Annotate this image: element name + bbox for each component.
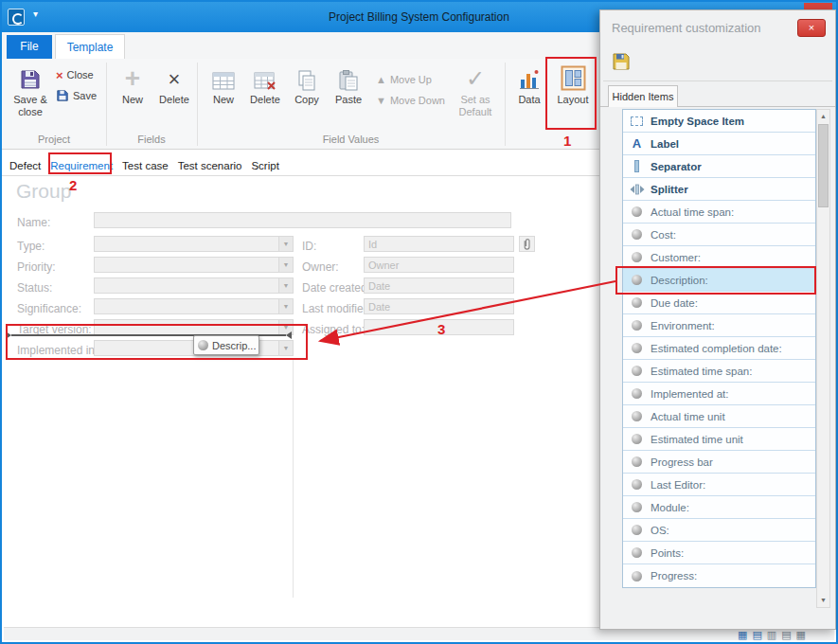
scroll-up-icon[interactable]: ▲ [817, 110, 829, 123]
values-new-button[interactable]: New [204, 61, 243, 133]
set-default-label-line1: Set as [451, 94, 500, 106]
list-scrollbar[interactable]: ▲ ▼ [816, 109, 830, 608]
layout-view-icon[interactable]: ▤ [781, 629, 791, 640]
tab-file[interactable]: File [7, 35, 52, 59]
save-label: Save [73, 90, 97, 101]
hidden-item-implemented-at[interactable]: Implemented at: [623, 383, 815, 405]
chevron-down-icon[interactable]: ▼ [278, 278, 293, 293]
copy-button[interactable]: Copy [287, 61, 327, 133]
hidden-item-environment[interactable]: Environment: [623, 314, 815, 337]
layout-view-icon[interactable]: ▥ [767, 629, 776, 640]
paperclip-icon [522, 238, 532, 251]
hidden-item-label: Splitter [651, 184, 688, 195]
owner-field-value: Owner [365, 258, 513, 274]
view-selector-icon[interactable]: ▤ [752, 629, 761, 640]
last-modified-label: Last modified: [302, 302, 373, 315]
owner-field[interactable]: Owner [364, 257, 514, 273]
significance-combobox[interactable]: ▼ [94, 298, 294, 314]
hidden-item-label-item[interactable]: ALabel [623, 133, 815, 155]
tab-template[interactable]: Template [55, 34, 125, 59]
layout-view-icon[interactable]: ▦ [796, 629, 806, 640]
hidden-item-actual-time-span[interactable]: Actual time span: [623, 201, 815, 224]
name-field[interactable] [94, 212, 511, 228]
scrollbar-thumb[interactable] [818, 124, 829, 207]
tab-hidden-items[interactable]: Hidden Items [608, 85, 678, 107]
tab-defect[interactable]: Defect [9, 160, 41, 171]
type-label: Type: [17, 240, 45, 253]
save-icon [56, 89, 69, 102]
hidden-item-label: OS: [651, 525, 669, 536]
save-button[interactable]: Save [56, 86, 97, 105]
hidden-item-progress[interactable]: Progress: [623, 564, 815, 587]
hidden-item-actual-time-unit[interactable]: Actual time unit [623, 405, 815, 428]
hidden-item-points[interactable]: Points: [623, 542, 815, 564]
move-up-icon: ▲ [376, 74, 386, 85]
hidden-item-empty-space[interactable]: Empty Space Item [623, 110, 815, 133]
type-combobox[interactable]: ▼ [94, 236, 294, 252]
set-default-label-line2: Default [451, 106, 500, 118]
status-combobox[interactable]: ▼ [94, 277, 294, 294]
hidden-item-label: Progress bar [651, 456, 713, 468]
close-x-icon: × [56, 68, 63, 82]
status-label: Status: [17, 281, 52, 295]
move-down-button[interactable]: ▼ Move Down [376, 91, 445, 110]
hidden-item-due-date[interactable]: Due date: [623, 292, 815, 314]
group-panel-title: Group [16, 180, 71, 203]
move-up-button[interactable]: ▲ Move Up [376, 70, 432, 89]
tab-script[interactable]: Script [251, 160, 278, 171]
date-created-label: Date created: [302, 281, 370, 295]
hidden-item-splitter[interactable]: Splitter [623, 178, 815, 201]
close-button[interactable]: × Close [56, 65, 94, 84]
set-as-default-button[interactable]: ✓ Set asDefault [451, 61, 500, 133]
scroll-down-icon[interactable]: ▼ [817, 594, 829, 607]
field-ball-icon [629, 297, 645, 308]
separator-icon [629, 160, 645, 172]
chevron-down-icon[interactable]: ▼ [278, 299, 293, 313]
last-modified-field[interactable]: Date [364, 298, 514, 314]
hidden-item-estimated-completion-date[interactable]: Estimated completion date: [623, 337, 815, 360]
group-caption-project: Project [2, 134, 106, 145]
field-ball-icon [629, 411, 645, 421]
hidden-item-os[interactable]: OS: [623, 519, 815, 542]
annotation-box-layout [545, 57, 597, 130]
fields-new-button[interactable]: + New [113, 61, 152, 133]
save-close-icon [8, 61, 53, 91]
field-ball-icon [629, 229, 645, 240]
customization-close-button[interactable]: × [797, 19, 826, 37]
hidden-item-estimated-time-unit[interactable]: Estimated time unit [623, 428, 815, 451]
hidden-item-separator[interactable]: Separator [623, 155, 815, 178]
chevron-down-icon[interactable]: ▼ [278, 237, 293, 251]
values-delete-button[interactable]: Delete [245, 61, 285, 133]
hidden-item-module[interactable]: Module: [623, 496, 815, 519]
field-ball-icon [629, 547, 645, 558]
hidden-item-last-editor[interactable]: Last Editor: [623, 474, 815, 496]
hidden-item-estimated-time-span[interactable]: Estimated time span: [623, 360, 815, 383]
date-created-field[interactable]: Date [364, 277, 514, 294]
name-label: Name: [17, 216, 50, 229]
field-ball-icon [629, 320, 645, 331]
paste-button[interactable]: Paste [329, 61, 368, 133]
delete-x-icon: × [154, 61, 194, 91]
fields-delete-button[interactable]: × Delete [154, 61, 194, 133]
tab-test-scenario[interactable]: Test scenario [178, 160, 242, 171]
id-field[interactable]: Id [364, 236, 514, 252]
hidden-item-progress-bar[interactable]: Progress bar [623, 451, 815, 474]
assigned-to-label: Assigned to: [302, 323, 365, 336]
fields-new-label: New [113, 94, 152, 106]
table-new-icon [204, 61, 243, 91]
attachment-button[interactable] [519, 236, 535, 252]
hidden-item-label: Customer: [651, 252, 701, 263]
priority-combobox[interactable]: ▼ [94, 257, 294, 273]
customization-save-button[interactable] [608, 48, 634, 75]
save-close-label-line2: close [8, 106, 53, 118]
form-column-divider [293, 359, 294, 598]
copy-label: Copy [287, 94, 327, 106]
data-button[interactable]: Data [510, 61, 548, 133]
hidden-item-cost[interactable]: Cost: [623, 224, 815, 246]
tab-test-case[interactable]: Test case [122, 160, 169, 171]
field-ball-icon [629, 525, 645, 535]
chevron-down-icon[interactable]: ▼ [278, 258, 293, 272]
save-and-close-button[interactable]: Save &close [8, 61, 53, 133]
view-selector-icon[interactable]: ▦ [738, 629, 747, 640]
save-close-label-line1: Save & [8, 94, 53, 106]
